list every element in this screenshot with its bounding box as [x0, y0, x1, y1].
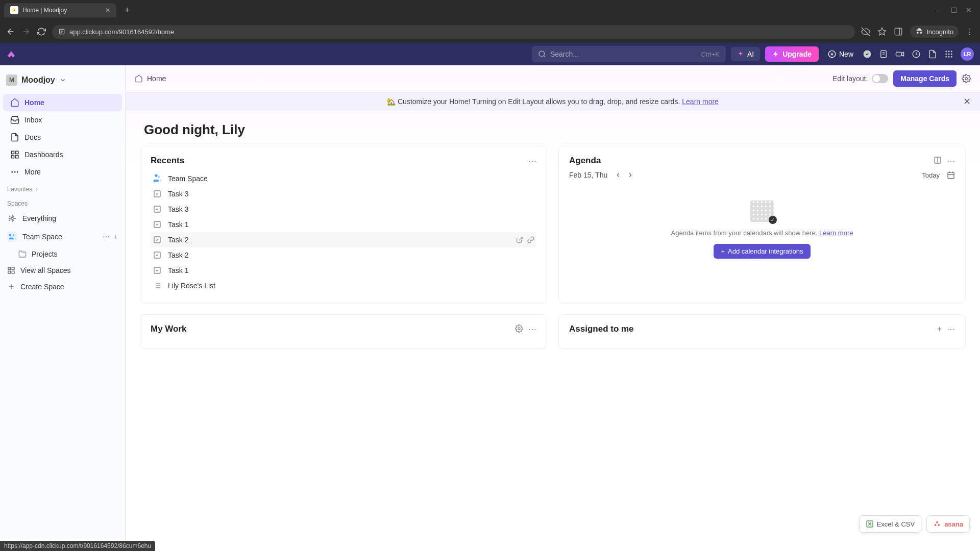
incognito-icon: [915, 28, 923, 36]
sidebar-team-space[interactable]: Team Space ⋯ +: [0, 228, 125, 246]
svg-rect-28: [16, 156, 18, 158]
card-more-icon[interactable]: ⋯: [947, 156, 955, 166]
svg-point-25: [951, 56, 952, 58]
card-more-icon[interactable]: ⋯: [528, 324, 536, 334]
sidebar-item-home[interactable]: Home: [3, 94, 122, 111]
agenda-today[interactable]: Today: [922, 171, 940, 179]
favorites-section[interactable]: Favorites: [0, 181, 125, 195]
sidebar-item-docs[interactable]: Docs: [3, 129, 122, 146]
recent-item[interactable]: Lily Rose's List: [151, 278, 536, 293]
back-button[interactable]: [6, 27, 15, 36]
svg-rect-26: [11, 151, 14, 154]
svg-rect-37: [8, 271, 11, 273]
incognito-badge[interactable]: Incognito: [910, 26, 959, 38]
agenda-next-icon[interactable]: [627, 171, 634, 179]
add-calendar-button[interactable]: + Add calendar integrations: [714, 244, 810, 259]
sidebar-item-more[interactable]: More: [3, 163, 122, 181]
content-header: Home Edit layout: Manage Cards: [126, 65, 980, 92]
excel-chip[interactable]: Excel & CSV: [859, 515, 921, 533]
open-new-icon[interactable]: [516, 236, 523, 243]
banner-link[interactable]: Learn more: [682, 97, 719, 106]
sidebar-view-all[interactable]: View all Spaces: [0, 262, 125, 279]
layout-icon[interactable]: [934, 156, 942, 166]
app-topbar: Search... Ctrl+K AI Upgrade New LR: [0, 43, 980, 65]
recent-item[interactable]: Task 3: [151, 202, 536, 217]
forward-button[interactable]: [21, 27, 31, 36]
recent-item-label: Task 1: [168, 220, 188, 229]
mywork-title: My Work: [151, 324, 187, 334]
sidebar-create-space[interactable]: Create Space: [0, 279, 125, 295]
panel-icon[interactable]: [894, 27, 903, 36]
notepad-icon[interactable]: [879, 49, 888, 59]
edit-layout: Edit layout:: [832, 74, 888, 83]
card-header: Recents ⋯: [151, 156, 536, 166]
recent-item[interactable]: Team Space: [151, 171, 536, 186]
url-text: app.clickup.com/9016164592/home: [69, 28, 174, 36]
recent-item[interactable]: Task 1: [151, 217, 536, 232]
recent-item-actions: [516, 236, 534, 243]
new-tab-button[interactable]: +: [120, 3, 134, 18]
card-more-icon[interactable]: ⋯: [528, 156, 536, 166]
space-add-icon[interactable]: +: [114, 233, 118, 241]
agenda-learn-more[interactable]: Learn more: [819, 229, 853, 237]
home-icon: [10, 98, 19, 107]
close-window-icon[interactable]: ✕: [966, 6, 972, 14]
agenda-prev-icon[interactable]: [615, 171, 622, 179]
recent-item-icon: [153, 174, 162, 183]
sidebar-item-inbox[interactable]: Inbox: [3, 111, 122, 129]
card-more-icon[interactable]: ⋯: [947, 324, 955, 334]
url-input[interactable]: app.clickup.com/9016164592/home: [52, 25, 855, 39]
video-icon[interactable]: [895, 49, 904, 59]
recent-item[interactable]: Task 3: [151, 186, 536, 202]
svg-point-18: [948, 51, 950, 52]
manage-cards-button[interactable]: Manage Cards: [893, 70, 957, 87]
maximize-icon[interactable]: ☐: [951, 6, 958, 14]
calendar-icon[interactable]: [947, 171, 955, 179]
workspace-switcher[interactable]: M Moodjoy: [0, 70, 125, 90]
recent-item-icon: [153, 220, 162, 229]
star-icon[interactable]: [877, 27, 887, 36]
ai-button[interactable]: AI: [731, 47, 760, 61]
reload-button[interactable]: [37, 27, 46, 36]
tab-close-icon[interactable]: ✕: [105, 7, 110, 14]
browser-menu-icon[interactable]: ⋮: [966, 27, 974, 37]
eye-off-icon[interactable]: [861, 27, 870, 36]
recent-item[interactable]: Task 1: [151, 263, 536, 278]
clock-icon[interactable]: [912, 49, 921, 59]
browser-tab[interactable]: Home | Moodjoy ✕: [4, 3, 116, 17]
recent-item[interactable]: Task 2: [151, 232, 536, 247]
svg-point-32: [12, 171, 13, 172]
recent-item[interactable]: Task 2: [151, 247, 536, 263]
svg-point-23: [945, 56, 947, 58]
banner-close-icon[interactable]: ✕: [963, 96, 971, 107]
check-circle-icon[interactable]: [863, 49, 872, 59]
sidebar-projects[interactable]: Projects: [0, 246, 125, 262]
sidebar-everything[interactable]: Everything: [0, 209, 125, 228]
tab-title: Home | Moodjoy: [22, 7, 67, 14]
svg-rect-55: [948, 172, 954, 179]
app-logo[interactable]: [6, 49, 16, 59]
svg-rect-29: [11, 156, 14, 158]
svg-point-61: [936, 521, 938, 523]
apps-icon[interactable]: [944, 49, 953, 59]
edit-layout-toggle[interactable]: [872, 74, 888, 83]
search-input[interactable]: Search... Ctrl+K: [532, 46, 726, 62]
projects-label: Projects: [32, 250, 58, 258]
recents-card: Recents ⋯ Team SpaceTask 3Task 3Task 1Ta…: [140, 146, 547, 303]
plus-icon: +: [721, 247, 725, 255]
doc-icon[interactable]: [928, 49, 937, 59]
breadcrumb[interactable]: Home: [135, 74, 166, 83]
settings-icon[interactable]: [962, 74, 971, 83]
add-icon[interactable]: +: [937, 324, 942, 334]
assigned-title: Assigned to me: [569, 324, 634, 334]
asana-chip[interactable]: asana: [926, 515, 970, 533]
minimize-icon[interactable]: —: [936, 6, 943, 14]
sidebar-item-dashboards[interactable]: Dashboards: [3, 146, 122, 163]
upgrade-button[interactable]: Upgrade: [765, 46, 819, 62]
link-icon[interactable]: [527, 236, 534, 243]
space-more-icon[interactable]: ⋯: [103, 233, 110, 241]
new-button[interactable]: New: [824, 47, 857, 61]
gear-icon[interactable]: [515, 324, 523, 334]
avatar[interactable]: LR: [961, 47, 974, 61]
recent-item-icon: [153, 190, 162, 198]
